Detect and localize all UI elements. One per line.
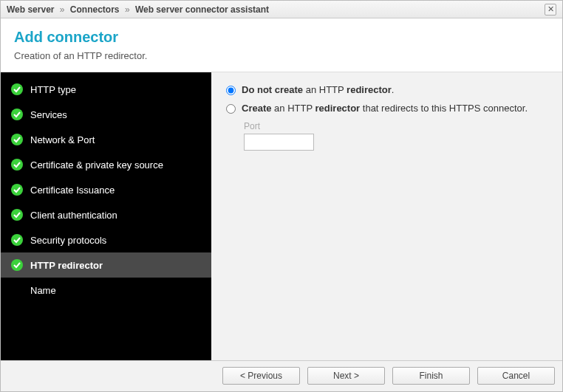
opt1-t2: . <box>392 84 395 95</box>
step-label: HTTP type <box>30 84 76 95</box>
step-label: HTTP redirector <box>30 260 103 271</box>
wizard-footer: < Previous Next > Finish Cancel <box>1 360 562 391</box>
check-icon <box>11 259 23 271</box>
step-label: Client authentication <box>30 210 117 221</box>
check-icon <box>11 159 23 171</box>
port-input[interactable] <box>244 134 314 151</box>
option-do-not-create[interactable]: Do not create an HTTP redirector. <box>226 84 547 95</box>
port-label: Port <box>244 121 547 131</box>
step-network-port[interactable]: Network & Port <box>1 127 211 152</box>
option-label: Create an HTTP redirector that redirects… <box>242 103 528 114</box>
page-subtitle: Creation of an HTTP redirector. <box>14 50 549 61</box>
step-http-redirector[interactable]: HTTP redirector <box>1 252 211 278</box>
wizard-header: Add connector Creation of an HTTP redire… <box>1 18 562 72</box>
opt2-b2: redirector <box>315 103 360 114</box>
step-client-auth[interactable]: Client authentication <box>1 202 211 227</box>
finish-button[interactable]: Finish <box>392 367 470 385</box>
step-name[interactable]: Name <box>1 278 211 303</box>
option-label: Do not create an HTTP redirector. <box>242 84 394 95</box>
step-http-type[interactable]: HTTP type <box>1 77 211 102</box>
wizard-steps-sidebar: HTTP type Services Network & Port Certif… <box>1 72 211 360</box>
radio-do-not-create[interactable] <box>226 86 236 95</box>
breadcrumb: Web server » Connectors » Web server con… <box>7 4 269 15</box>
step-security-protocols[interactable]: Security protocols <box>1 227 211 252</box>
step-cert-key-source[interactable]: Certificate & private key source <box>1 152 211 177</box>
close-icon: ✕ <box>547 4 554 14</box>
step-label: Security protocols <box>30 235 106 246</box>
check-icon <box>11 109 23 120</box>
step-cert-issuance[interactable]: Certificate Issuance <box>1 177 211 202</box>
radio-create[interactable] <box>226 104 236 114</box>
titlebar: Web server » Connectors » Web server con… <box>1 1 562 18</box>
check-icon <box>11 83 23 95</box>
opt2-t1: an HTTP <box>271 103 315 114</box>
step-label: Name <box>30 285 56 296</box>
breadcrumb-sep: » <box>60 4 65 15</box>
previous-button[interactable]: < Previous <box>222 367 300 385</box>
opt1-b2: redirector <box>347 84 392 95</box>
check-icon <box>11 134 23 145</box>
breadcrumb-sep: » <box>125 4 130 15</box>
port-block: Port <box>244 121 547 151</box>
check-icon <box>11 234 23 246</box>
step-label: Certificate & private key source <box>30 159 163 171</box>
breadcrumb-part-2: Connectors <box>70 4 120 15</box>
breadcrumb-part-3: Web server connector assistant <box>135 4 269 15</box>
check-icon <box>11 209 23 221</box>
opt2-b1: Create <box>242 103 271 114</box>
step-label: Certificate Issuance <box>30 185 115 196</box>
step-pending-icon <box>11 284 23 296</box>
step-label: Services <box>30 109 67 120</box>
step-services[interactable]: Services <box>1 102 211 127</box>
check-icon <box>11 184 23 196</box>
opt2-t2: that redirects to this HTTPS connector. <box>360 103 528 114</box>
close-button[interactable]: ✕ <box>545 4 556 16</box>
opt1-t1: an HTTP <box>303 84 347 95</box>
step-label: Network & Port <box>30 134 95 145</box>
option-create[interactable]: Create an HTTP redirector that redirects… <box>226 103 547 114</box>
page-title: Add connector <box>14 29 549 46</box>
cancel-button[interactable]: Cancel <box>477 367 555 385</box>
dialog-window: Web server » Connectors » Web server con… <box>0 0 563 392</box>
next-button[interactable]: Next > <box>307 367 385 385</box>
opt1-b1: Do not create <box>242 84 303 95</box>
wizard-body: HTTP type Services Network & Port Certif… <box>1 72 562 360</box>
wizard-content: Do not create an HTTP redirector. Create… <box>211 72 562 360</box>
breadcrumb-part-1: Web server <box>7 4 54 15</box>
